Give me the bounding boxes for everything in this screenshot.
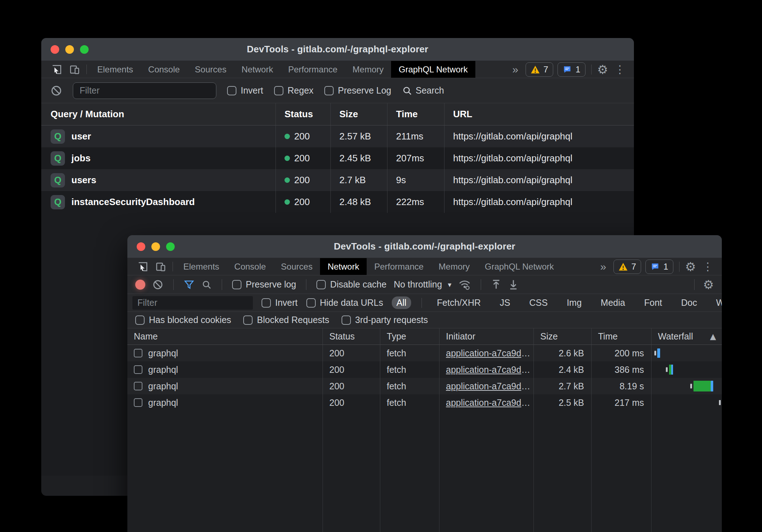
search-group[interactable]: Search: [402, 85, 444, 96]
type-filter-img[interactable]: Img: [562, 296, 587, 309]
title-bar[interactable]: DevTools - gitlab.com/-/graphql-explorer: [127, 235, 722, 258]
column-header-type[interactable]: Type: [380, 328, 439, 345]
third-party-requests-checkbox[interactable]: [342, 315, 351, 325]
blocked-requests-checkbox-group[interactable]: Blocked Requests: [243, 315, 329, 325]
column-header-initiator[interactable]: Initiator: [439, 328, 533, 345]
hide-data-urls-checkbox[interactable]: [306, 298, 316, 308]
more-tabs-icon[interactable]: »: [597, 261, 609, 273]
tab-sources[interactable]: Sources: [273, 258, 320, 275]
column-header-status[interactable]: Status: [276, 103, 330, 125]
initiator-link[interactable]: application-a7ca9d0…: [446, 348, 533, 358]
minimize-window-button[interactable]: [65, 45, 74, 54]
preserve-log-checkbox[interactable]: [232, 280, 241, 289]
invert-checkbox-group[interactable]: Invert: [262, 298, 298, 308]
column-header-url[interactable]: URL: [444, 103, 634, 125]
table-row[interactable]: Quser 200 2.57 kB 211ms https://gitlab.c…: [41, 125, 634, 147]
column-header-size[interactable]: Size: [533, 328, 591, 345]
settings-gear-icon[interactable]: ⚙: [685, 261, 696, 273]
blocked-requests-checkbox[interactable]: [243, 315, 253, 325]
kebab-menu-icon[interactable]: ⋮: [612, 64, 627, 75]
tab-elements[interactable]: Elements: [176, 258, 227, 275]
kebab-menu-icon[interactable]: ⋮: [700, 261, 715, 272]
warnings-badge[interactable]: 7: [526, 62, 553, 77]
preserve-log-checkbox-group[interactable]: Preserve log: [232, 279, 296, 290]
column-header-name[interactable]: Name: [127, 328, 323, 345]
more-tabs-icon[interactable]: »: [509, 63, 521, 76]
tab-performance[interactable]: Performance: [281, 61, 345, 78]
clear-icon[interactable]: [152, 279, 163, 290]
minimize-window-button[interactable]: [151, 242, 160, 251]
column-header-time[interactable]: Time: [387, 103, 444, 125]
column-header-size[interactable]: Size: [330, 103, 387, 125]
type-filter-css[interactable]: CSS: [525, 296, 552, 309]
has-blocked-cookies-checkbox-group[interactable]: Has blocked cookies: [135, 315, 231, 325]
column-header-time[interactable]: Time: [591, 328, 651, 345]
tab-graphql-network[interactable]: GraphQL Network: [477, 258, 561, 275]
has-blocked-cookies-checkbox[interactable]: [135, 315, 145, 325]
initiator-link[interactable]: application-a7ca9d0…: [446, 365, 533, 375]
type-filter-fetch-xhr[interactable]: Fetch/XHR: [432, 296, 485, 309]
zoom-window-button[interactable]: [166, 242, 175, 251]
issues-badge[interactable]: 1: [558, 62, 585, 77]
row-checkbox[interactable]: [134, 349, 142, 357]
table-row[interactable]: Qusers 200 2.7 kB 9s https://gitlab.com/…: [41, 169, 634, 191]
table-row[interactable]: graphql 200 fetch application-a7ca9d0… 2…: [127, 378, 722, 394]
tab-graphql-network[interactable]: GraphQL Network: [391, 61, 475, 78]
initiator-link[interactable]: application-a7ca9d0…: [446, 398, 533, 408]
warnings-badge[interactable]: 7: [613, 260, 641, 274]
clear-icon[interactable]: [51, 85, 62, 96]
title-bar[interactable]: DevTools - gitlab.com/-/graphql-explorer: [41, 38, 634, 61]
row-checkbox[interactable]: [134, 365, 142, 374]
table-row[interactable]: Qjobs 200 2.45 kB 207ms https://gitlab.c…: [41, 147, 634, 169]
column-header-waterfall[interactable]: Waterfall ▲: [651, 328, 722, 345]
preserve-log-checkbox[interactable]: [324, 86, 334, 95]
type-filter-font[interactable]: Font: [639, 296, 667, 309]
inspect-element-button[interactable]: [134, 258, 152, 275]
table-row[interactable]: graphql 200 fetch application-a7ca9d0… 2…: [127, 361, 722, 378]
tab-elements[interactable]: Elements: [90, 61, 141, 78]
filter-input[interactable]: [73, 82, 216, 99]
tab-network[interactable]: Network: [234, 61, 281, 78]
device-toolbar-button[interactable]: [66, 61, 84, 78]
tab-memory[interactable]: Memory: [431, 258, 478, 275]
export-har-icon[interactable]: [508, 279, 518, 290]
row-checkbox[interactable]: [134, 398, 142, 407]
column-header-status[interactable]: Status: [323, 328, 380, 345]
type-filter-doc[interactable]: Doc: [676, 296, 701, 309]
type-filter-all[interactable]: All: [392, 296, 411, 309]
record-network-log-button[interactable]: [135, 280, 145, 290]
invert-checkbox[interactable]: [262, 298, 271, 308]
network-conditions-icon[interactable]: [458, 279, 471, 290]
third-party-requests-checkbox-group[interactable]: 3rd-party requests: [342, 315, 428, 325]
initiator-link[interactable]: application-a7ca9d0…: [446, 381, 533, 391]
tab-network[interactable]: Network: [320, 258, 367, 275]
tab-performance[interactable]: Performance: [367, 258, 431, 275]
regex-checkbox[interactable]: [274, 86, 283, 95]
invert-checkbox-group[interactable]: Invert: [227, 85, 263, 96]
zoom-window-button[interactable]: [80, 45, 89, 54]
close-window-button[interactable]: [51, 45, 59, 54]
table-row[interactable]: graphql 200 fetch application-a7ca9d0… 2…: [127, 394, 722, 411]
issues-badge[interactable]: 1: [645, 260, 673, 274]
row-checkbox[interactable]: [134, 382, 142, 390]
throttling-dropdown[interactable]: No throttling ▾: [394, 279, 451, 290]
tab-memory[interactable]: Memory: [345, 61, 391, 78]
device-toolbar-button[interactable]: [152, 258, 170, 275]
import-har-icon[interactable]: [491, 279, 501, 290]
preserve-log-checkbox-group[interactable]: Preserve Log: [324, 85, 391, 96]
search-icon[interactable]: [202, 280, 212, 290]
inspect-element-button[interactable]: [48, 61, 66, 78]
disable-cache-checkbox[interactable]: [316, 280, 326, 289]
invert-checkbox[interactable]: [227, 86, 236, 95]
type-filter-ws[interactable]: WS: [711, 296, 722, 309]
network-settings-gear-icon[interactable]: ⚙: [703, 279, 714, 291]
settings-gear-icon[interactable]: ⚙: [597, 63, 608, 76]
disable-cache-checkbox-group[interactable]: Disable cache: [316, 279, 386, 290]
table-row[interactable]: QinstanceSecurityDashboard 200 2.48 kB 2…: [41, 191, 634, 213]
column-header-query-mutation[interactable]: Query / Mutation: [41, 103, 276, 125]
hide-data-urls-checkbox-group[interactable]: Hide data URLs: [306, 298, 383, 308]
regex-checkbox-group[interactable]: Regex: [274, 85, 314, 96]
tab-sources[interactable]: Sources: [187, 61, 234, 78]
tab-console[interactable]: Console: [227, 258, 273, 275]
filter-input[interactable]: [132, 296, 253, 310]
